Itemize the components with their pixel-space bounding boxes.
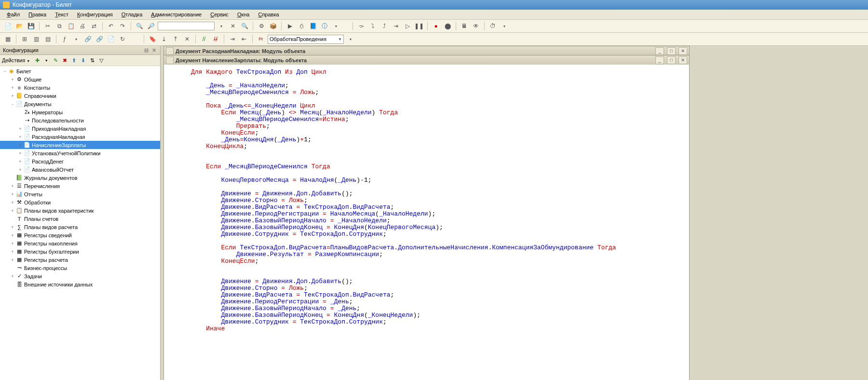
undo-icon[interactable]: ↶ (106, 21, 116, 31)
bookmark-icon[interactable]: 🔖 (148, 34, 157, 44)
breakpoints-icon[interactable]: ⬤ (443, 21, 452, 31)
find-icon[interactable]: 🔍 (135, 21, 144, 31)
bookmark-prev-icon[interactable]: ⤒ (171, 34, 180, 44)
maximize-icon[interactable]: □ (667, 47, 676, 55)
indent-icon[interactable]: ⇥ (228, 34, 237, 44)
expand-icon[interactable]: + (10, 200, 15, 205)
filter-icon[interactable]: ▽ (97, 56, 105, 64)
watch-icon[interactable]: 👁 (471, 21, 481, 31)
copy-icon[interactable]: ⧉ (54, 21, 64, 31)
menu-администрирование[interactable]: Администрирование (147, 11, 205, 18)
menu-файл[interactable]: Файл (3, 11, 24, 18)
down-icon[interactable]: ⬇ (79, 56, 87, 64)
panel1-icon[interactable]: ▥ (31, 34, 41, 44)
tree-item[interactable]: +⇢Последовательности (0, 116, 160, 124)
refresh-icon[interactable]: ↻ (118, 34, 127, 44)
code-editor[interactable]: Для Каждого ТекСтрокаДоп Из Доп Цикл _Де… (164, 65, 689, 380)
minimize-icon[interactable]: _ (655, 47, 664, 55)
tree-item[interactable]: +⚒Обработки (0, 198, 160, 206)
search-input[interactable] (158, 22, 215, 30)
sort-icon[interactable]: ⇅ (88, 56, 96, 64)
tree-item[interactable]: +∑Планы видов расчета (0, 223, 160, 231)
help-drop-icon[interactable]: ▼ (331, 21, 341, 31)
search-drop-icon[interactable]: ▼ (217, 21, 226, 31)
step-over-icon[interactable]: ⤼ (356, 21, 366, 31)
tree-item[interactable]: +📋Планы видов характеристик (0, 206, 160, 215)
expand-icon[interactable]: + (17, 167, 23, 172)
run-to-icon[interactable]: ⇥ (391, 21, 401, 31)
tree-item[interactable]: +▦Регистры бухгалтерии (0, 247, 160, 256)
pin-icon[interactable]: ⊟ (143, 47, 149, 54)
close-icon[interactable]: ✕ (150, 47, 157, 54)
panel2-icon[interactable]: ▤ (43, 34, 53, 44)
tree-item[interactable]: +📄РасходнаяНакладная (0, 133, 160, 141)
expand-icon[interactable]: + (10, 274, 15, 279)
tree-root[interactable]: − ◉ Билет (0, 67, 160, 75)
tree-item[interactable]: +📄ПриходнаяНакладная (0, 124, 160, 133)
step-into-icon[interactable]: ⤵ (368, 21, 378, 31)
expand-icon[interactable]: + (17, 159, 23, 164)
collapse-icon[interactable]: - (10, 102, 15, 107)
menu-сервис[interactable]: Сервис (206, 11, 232, 18)
tree-item[interactable]: +⤳Бизнес-процессы (0, 264, 160, 272)
table-icon[interactable]: ▦ (3, 34, 13, 44)
comment-icon[interactable]: // (199, 34, 209, 44)
clear-icon[interactable]: ✕ (228, 21, 238, 31)
menu-справка[interactable]: Справка (254, 11, 283, 18)
tree-item[interactable]: +📒Справочники (0, 92, 160, 100)
perf-drop-icon[interactable]: ▼ (500, 21, 509, 31)
expand-icon[interactable]: + (10, 225, 15, 230)
proc-icon[interactable]: Pr (256, 34, 266, 44)
tree-item[interactable]: +📄АвансовыйОтчет (0, 165, 160, 174)
expand-icon[interactable]: + (10, 208, 15, 213)
debug-attach-icon[interactable]: ⎙ (297, 21, 306, 31)
link2-icon[interactable]: 🔗 (95, 34, 104, 44)
tree-item[interactable]: +🗄Внешние источники данных (0, 280, 160, 288)
expand-icon[interactable]: + (10, 85, 15, 90)
search-go-icon[interactable]: 🔍 (240, 21, 249, 31)
menu-правка[interactable]: Правка (25, 11, 50, 18)
add-icon[interactable]: ✚ (33, 56, 41, 64)
expand-icon[interactable]: + (10, 258, 15, 262)
func-icon[interactable]: ƒ (60, 34, 69, 44)
procedure-combo[interactable]: ОбработкаПроведения ▼ (268, 35, 344, 44)
open-icon[interactable]: 📂 (14, 21, 24, 31)
tree-item[interactable]: +2₃Нумераторы (0, 108, 160, 116)
tree-item[interactable]: +⚙Общие (0, 75, 160, 83)
zoom-icon[interactable]: 🔎 (146, 21, 156, 31)
paste-icon[interactable]: 📋 (66, 21, 76, 31)
actions-menu[interactable]: Действия ▼ (2, 57, 32, 63)
tree-item[interactable]: +📊Отчеты (0, 190, 160, 198)
expand-icon[interactable]: + (17, 151, 23, 156)
step-out-icon[interactable]: ⤴ (380, 21, 389, 31)
minimize-icon[interactable]: _ (655, 56, 664, 64)
redo-icon[interactable]: ↷ (118, 21, 127, 31)
continue-icon[interactable]: ▷ (403, 21, 412, 31)
maximize-icon[interactable]: □ (667, 56, 676, 64)
tree-item[interactable]: +✓Задачи (0, 272, 160, 280)
expand-icon[interactable]: + (10, 184, 15, 189)
document-header-front[interactable]: Документ НачислениеЗарплаты: Модуль объе… (164, 55, 689, 65)
close-icon[interactable]: ✕ (678, 56, 687, 64)
tree-item[interactable]: +≡Константы (0, 83, 160, 92)
expand-icon[interactable]: + (17, 126, 23, 131)
func-drop-icon[interactable]: ▼ (71, 34, 81, 44)
up-icon[interactable]: ⬆ (70, 56, 78, 64)
tree-item[interactable]: +▦Регистры сведений (0, 231, 160, 239)
save-icon[interactable]: 💾 (26, 21, 36, 31)
tree-item[interactable]: -📄Документы (0, 100, 160, 108)
config-icon[interactable]: ⚙ (257, 21, 266, 31)
expand-icon[interactable]: − (2, 69, 8, 74)
new-icon[interactable]: 📄 (3, 21, 13, 31)
expand-icon[interactable]: + (10, 233, 15, 238)
config-tree[interactable]: − ◉ Билет +⚙Общие+≡Константы+📒Справочник… (0, 66, 160, 380)
box-icon[interactable]: 📦 (268, 21, 278, 31)
expand-icon[interactable]: + (10, 241, 15, 246)
tree-item[interactable]: +📄УстановкаУчетнойПолитики (0, 149, 160, 157)
compare-icon[interactable]: ⇄ (89, 21, 99, 31)
help-icon[interactable]: ⓘ (320, 21, 329, 31)
add-drop-icon[interactable]: ▼ (42, 56, 50, 64)
menu-отладка[interactable]: Отладка (118, 11, 147, 18)
close-icon[interactable]: ✕ (678, 47, 687, 55)
menu-текст[interactable]: Текст (51, 11, 72, 18)
